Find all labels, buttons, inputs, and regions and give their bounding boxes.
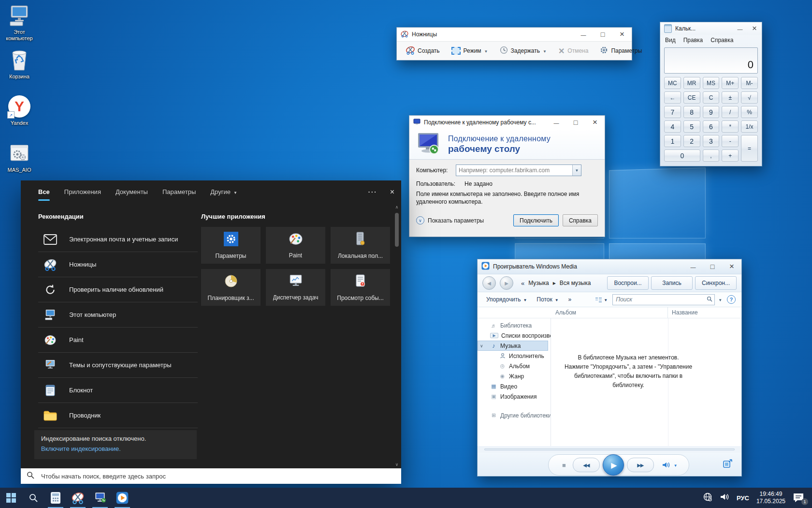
tile-task-manager[interactable]: Диспетчер задач	[266, 269, 325, 306]
more-options-button[interactable]: ···	[368, 188, 377, 195]
taskbar-clock[interactable]: 19:46:49 17.05.2025	[756, 491, 785, 505]
start-button[interactable]	[0, 488, 22, 508]
tree-item-video[interactable]: ▦ Видео	[478, 381, 551, 391]
volume-control[interactable]	[662, 462, 678, 468]
column-album[interactable]: Альбом	[555, 309, 576, 316]
help-button[interactable]: Справка	[563, 214, 598, 226]
new-snip-button[interactable]: Создать	[402, 44, 444, 58]
breadcrumb-all-music[interactable]: Вся музыка	[560, 280, 591, 286]
rec-item-mail[interactable]: Электронная почта и учетные записи	[38, 227, 198, 252]
tree-item-music[interactable]: ∨ ♪ Музыка	[478, 341, 548, 351]
tile-local-policy[interactable]: Локальная пол...	[331, 227, 390, 264]
key-3[interactable]: 3	[703, 135, 720, 147]
maximize-button[interactable]	[593, 28, 612, 41]
key-7[interactable]: 7	[664, 106, 681, 118]
tile-event-viewer[interactable]: Просмотр собы...	[331, 269, 390, 306]
taskbar-calculator[interactable]	[44, 488, 67, 508]
key-sqrt[interactable]: √	[741, 91, 758, 104]
forward-button[interactable]: ▶	[500, 276, 513, 290]
key-decimal[interactable]: ,	[703, 149, 720, 162]
options-button[interactable]: Параметры	[595, 44, 646, 58]
scroll-up-icon[interactable]: ∧	[395, 203, 399, 211]
desktop-icon-mas-aio[interactable]: MAS_AIO	[1, 142, 38, 173]
rec-item-themes[interactable]: Темы и сопутствующие параметры	[38, 353, 198, 378]
taskbar-snipping-tool[interactable]	[67, 488, 89, 508]
wmp-titlebar[interactable]: Проигрыватель Windows Media	[478, 259, 741, 274]
view-options-button[interactable]	[595, 296, 608, 303]
rec-item-this-pc[interactable]: Этот компьютер	[38, 302, 198, 328]
taskbar-search-button[interactable]	[22, 488, 44, 508]
breadcrumb-music[interactable]: Музыка	[528, 280, 549, 286]
mode-button[interactable]: Режим	[447, 44, 493, 58]
scroll-down-icon[interactable]: ∨	[395, 461, 399, 468]
key-6[interactable]: 6	[703, 120, 720, 133]
connect-button[interactable]: Подключить	[513, 214, 559, 226]
tab-settings[interactable]: Параметры	[162, 180, 196, 203]
computer-input[interactable]	[456, 165, 572, 176]
search-icon[interactable]	[705, 296, 714, 303]
desktop-icon-yandex[interactable]: Y ↗ Yandex	[1, 95, 38, 126]
menu-view[interactable]: Вид	[665, 37, 676, 44]
tab-more[interactable]: Другие	[210, 180, 237, 203]
key-mplus[interactable]: M+	[722, 77, 739, 89]
chevron-expanded-icon[interactable]: ∨	[480, 344, 483, 348]
play-button[interactable]: ▶	[603, 454, 624, 476]
desktop-icon-recycle-bin[interactable]: Корзина	[1, 48, 38, 80]
search-options-chevron-icon[interactable]	[718, 296, 722, 303]
key-multiply[interactable]: *	[722, 120, 739, 133]
close-button[interactable]	[585, 116, 605, 129]
key-percent[interactable]: %	[741, 106, 758, 118]
tab-apps[interactable]: Приложения	[64, 180, 101, 203]
close-button[interactable]	[612, 28, 632, 41]
tree-item-library[interactable]: ♬ Библиотека	[478, 320, 551, 330]
tile-paint[interactable]: Paint	[266, 227, 325, 264]
taskbar-rdp[interactable]	[89, 488, 111, 508]
volume-icon[interactable]	[720, 493, 729, 503]
key-4[interactable]: 4	[664, 120, 681, 133]
library-back-icon[interactable]: «	[521, 280, 524, 287]
tree-item-genre[interactable]: ◉ Жанр	[478, 371, 551, 381]
enable-indexing-link[interactable]: Включите индексирование.	[41, 445, 190, 452]
key-ce[interactable]: CE	[683, 91, 700, 104]
key-plus[interactable]: +	[722, 149, 739, 162]
menu-help[interactable]: Справка	[710, 37, 733, 44]
menu-edit[interactable]: Правка	[683, 37, 703, 44]
rec-item-paint[interactable]: Paint	[38, 328, 198, 353]
key-ms[interactable]: MS	[703, 77, 720, 89]
language-indicator[interactable]: РУС	[737, 494, 749, 502]
network-globe-icon[interactable]	[703, 492, 712, 504]
more-commands-button[interactable]: »	[565, 296, 576, 303]
back-button[interactable]: ◀	[482, 276, 496, 290]
taskbar-wmp[interactable]	[111, 488, 133, 508]
tab-all[interactable]: Все	[38, 180, 50, 203]
key-9[interactable]: 9	[703, 106, 720, 118]
tree-item-other-libraries[interactable]: ⊞ Другие библиотеки	[478, 410, 551, 420]
delay-button[interactable]: Задержать	[495, 44, 551, 58]
minimize-button[interactable]	[547, 116, 566, 129]
key-mc[interactable]: MC	[664, 77, 681, 89]
tab-sync[interactable]: Синхрон...	[695, 276, 737, 290]
tile-task-scheduler[interactable]: Планировщик з...	[201, 269, 261, 306]
column-title[interactable]: Название	[672, 309, 698, 316]
key-negate[interactable]: ±	[722, 91, 739, 104]
tree-item-album[interactable]: ◎ Альбом	[478, 361, 551, 371]
key-8[interactable]: 8	[683, 106, 700, 118]
key-1[interactable]: 1	[664, 135, 681, 147]
next-button[interactable]: ▶▶	[627, 458, 654, 472]
snipping-titlebar[interactable]: Ножницы	[397, 28, 632, 41]
key-backspace[interactable]: ←	[664, 91, 681, 104]
scrollbar-thumb[interactable]	[395, 213, 399, 247]
rdp-titlebar[interactable]: Подключение к удаленному рабочему с...	[409, 116, 605, 129]
rec-item-updates[interactable]: Проверить наличие обновлений	[38, 277, 198, 302]
close-button[interactable]	[747, 22, 762, 35]
rec-item-explorer[interactable]: Проводник	[38, 403, 198, 428]
key-divide[interactable]: /	[722, 106, 739, 118]
key-minus[interactable]: -	[722, 135, 739, 147]
desktop-icon-this-pc[interactable]: Этот компьютер	[1, 4, 38, 42]
combo-dropdown-icon[interactable]: ▼	[572, 165, 581, 176]
tab-burn[interactable]: Запись	[651, 276, 693, 290]
maximize-button[interactable]	[703, 259, 722, 274]
stream-menu[interactable]: Поток	[533, 296, 562, 303]
tile-settings[interactable]: Параметры	[201, 227, 261, 264]
wmp-seek-bar[interactable]	[478, 446, 741, 453]
